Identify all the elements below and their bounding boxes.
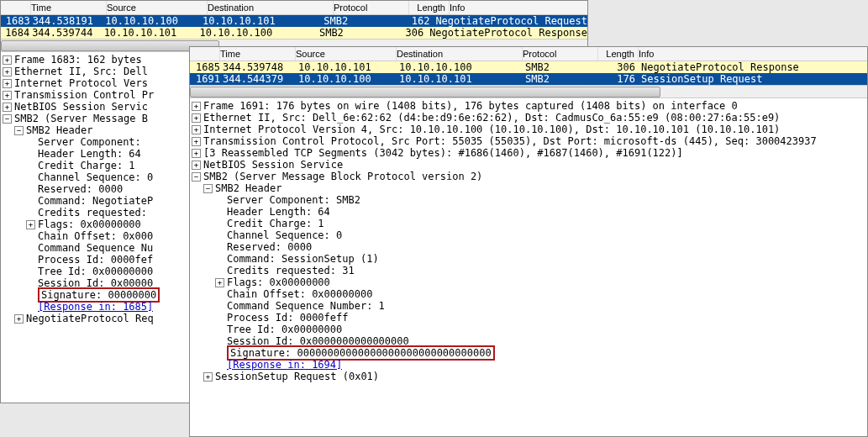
cell-time: 344.539744 — [29, 27, 101, 39]
packet-row[interactable]: 1685344.53974810.10.10.10110.10.10.100SM… — [190, 61, 867, 73]
cell-info: NegotiateProtocol Response — [639, 61, 867, 73]
tree-smb2-header[interactable]: SMB2 Header — [215, 182, 281, 194]
field-response-in-link[interactable]: [Response in: 1694] — [227, 359, 342, 371]
tree-frame[interactable]: Frame 1683: 162 bytes — [14, 54, 142, 66]
toggle-icon[interactable]: + — [192, 161, 201, 170]
field-tree-id[interactable]: Tree Id: 0x00000000 — [227, 324, 342, 335]
toggle-icon[interactable]: + — [203, 372, 213, 382]
cell-time: 344.538191 — [30, 15, 103, 27]
field-process-id[interactable]: Process Id: 0000feff — [227, 312, 349, 324]
cell-source: 10.10.10.100 — [103, 15, 200, 27]
field-server-component[interactable]: Server Component: SMB2 — [227, 194, 360, 206]
tree-ethernet[interactable]: Ethernet II, Src: Dell — [14, 66, 148, 77]
field-tree-id[interactable]: Tree Id: 0x00000000 — [38, 266, 153, 277]
toggle-icon[interactable]: + — [215, 278, 224, 287]
field-credit-charge[interactable]: Credit Charge: 1 — [38, 160, 135, 171]
field-credits-requested[interactable]: Credits requested: 31 — [227, 265, 355, 276]
field-cmd-seq[interactable]: Command Sequence Number: 1 — [227, 300, 385, 312]
field-response-in-link[interactable]: [Response in: 1685] — [38, 301, 153, 313]
cell-time: 344.539748 — [220, 61, 296, 73]
cell-no: 1684 — [1, 27, 29, 39]
field-flags[interactable]: Flags: 0x00000000 — [227, 276, 330, 288]
toggle-icon[interactable]: + — [26, 220, 35, 229]
tree-tcp[interactable]: Transmission Control Protocol, Src Port:… — [203, 135, 817, 147]
cell-destination: 10.10.10.100 — [397, 61, 523, 73]
tree-negotiate-request[interactable]: NegotiateProtocol Req — [26, 313, 154, 324]
toggle-icon[interactable]: − — [192, 172, 201, 182]
tree-tcp[interactable]: Transmission Control Pr — [14, 89, 154, 101]
toggle-icon[interactable]: + — [192, 102, 201, 111]
col-protocol[interactable]: Protocol — [523, 47, 598, 61]
field-credits-requested[interactable]: Credits requested: — [38, 207, 147, 218]
toggle-icon[interactable]: + — [3, 55, 12, 65]
field-header-length[interactable]: Header Length: 64 — [227, 206, 330, 218]
toggle-icon[interactable]: − — [3, 114, 12, 124]
col-info[interactable]: Info — [639, 47, 867, 61]
field-command[interactable]: Command: SessionSetup (1) — [227, 253, 379, 265]
toggle-icon[interactable]: + — [192, 125, 201, 134]
field-reserved[interactable]: Reserved: 0000 — [227, 241, 312, 253]
toggle-icon[interactable]: + — [14, 314, 24, 324]
toggle-icon[interactable]: − — [14, 126, 24, 135]
packet-details-tree: +Frame 1691: 176 bytes on wire (1408 bit… — [190, 98, 867, 384]
tree-smb2[interactable]: SMB2 (Server Message Block Protocol vers… — [203, 171, 482, 182]
field-channel-seq[interactable]: Channel Sequence: 0 — [38, 171, 153, 183]
tree-netbios[interactable]: NetBIOS Session Service — [203, 159, 343, 171]
tree-netbios[interactable]: NetBIOS Session Servic — [14, 101, 148, 113]
toggle-icon[interactable]: + — [192, 149, 201, 158]
field-reserved[interactable]: Reserved: 0000 — [38, 183, 123, 195]
col-protocol[interactable]: Protocol — [334, 1, 409, 14]
toggle-icon[interactable]: + — [3, 79, 12, 88]
h-scrollbar[interactable] — [190, 85, 867, 98]
col-no[interactable] — [190, 47, 220, 61]
field-process-id[interactable]: Process Id: 0000fef — [38, 254, 153, 266]
packet-row[interactable]: 1684344.53974410.10.10.10110.10.10.100SM… — [1, 27, 587, 39]
tree-smb2[interactable]: SMB2 (Server Message B — [14, 113, 148, 124]
cell-time: 344.544379 — [220, 73, 296, 85]
toggle-icon[interactable]: + — [3, 103, 12, 112]
cell-source: 10.10.10.101 — [102, 27, 197, 39]
cell-info: SessionSetup Request — [639, 73, 867, 85]
field-server-component[interactable]: Server Component: — [38, 136, 141, 148]
col-info[interactable]: Info — [450, 1, 587, 14]
cell-no: 1685 — [190, 61, 220, 73]
cell-protocol: SMB2 — [523, 73, 598, 85]
field-chain-offset[interactable]: Chain Offset: 0x000 — [38, 230, 153, 242]
field-credit-charge[interactable]: Credit Charge: 1 — [227, 218, 324, 229]
packet-row[interactable]: 1691344.54437910.10.10.10010.10.10.101SM… — [190, 73, 867, 85]
field-command[interactable]: Command: NegotiateP — [38, 195, 153, 207]
tree-reassembled[interactable]: [3 Reassembled TCP Segments (3042 bytes)… — [203, 147, 683, 159]
toggle-icon[interactable]: + — [3, 91, 12, 100]
tree-ethernet[interactable]: Ethernet II, Src: Dell_6e:62:62 (d4:be:d… — [203, 112, 780, 124]
tree-smb2-header[interactable]: SMB2 Header — [26, 124, 92, 136]
toggle-icon[interactable]: + — [192, 137, 201, 146]
packet-row[interactable]: 1683344.53819110.10.10.10010.10.10.101SM… — [1, 15, 587, 27]
field-header-length[interactable]: Header Length: 64 — [38, 148, 141, 160]
scrollbar-thumb[interactable] — [1, 40, 219, 51]
col-time[interactable]: Time — [31, 1, 107, 14]
scrollbar-thumb[interactable] — [190, 87, 660, 97]
field-cmd-seq[interactable]: Command Sequence Nu — [38, 242, 153, 254]
col-source[interactable]: Source — [107, 1, 208, 14]
col-no[interactable] — [1, 1, 31, 14]
tree-ip[interactable]: Internet Protocol Version 4, Src: 10.10.… — [203, 124, 780, 135]
col-length[interactable]: Length — [409, 1, 450, 14]
toggle-icon[interactable]: + — [3, 67, 12, 76]
tree-ip[interactable]: Internet Protocol Vers — [14, 77, 148, 89]
cell-info: NegotiateProtocol Request — [433, 15, 587, 27]
toggle-icon[interactable]: − — [203, 184, 213, 193]
tree-frame[interactable]: Frame 1691: 176 bytes on wire (1408 bits… — [203, 100, 738, 112]
col-destination[interactable]: Destination — [397, 47, 523, 61]
col-destination[interactable]: Destination — [208, 1, 334, 14]
field-flags[interactable]: Flags: 0x00000000 — [38, 218, 141, 230]
toggle-icon[interactable]: + — [192, 113, 201, 123]
col-source[interactable]: Source — [296, 47, 397, 61]
field-channel-seq[interactable]: Channel Sequence: 0 — [227, 229, 342, 241]
field-chain-offset[interactable]: Chain Offset: 0x00000000 — [227, 288, 372, 300]
cell-protocol: SMB2 — [317, 27, 388, 39]
cell-length: 162 — [394, 15, 433, 27]
cell-length: 306 — [598, 61, 639, 73]
col-time[interactable]: Time — [220, 47, 296, 61]
tree-sessionsetup-request[interactable]: SessionSetup Request (0x01) — [215, 371, 379, 382]
col-length[interactable]: Length — [598, 47, 639, 61]
